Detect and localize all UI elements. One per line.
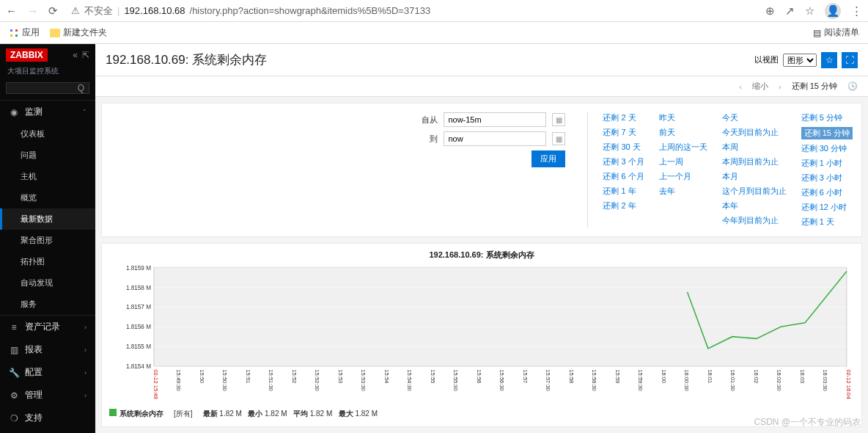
quick-range-link[interactable]: 还剩 12 小时 <box>801 202 853 213</box>
sidebar-sub-item[interactable]: 拓扑图 <box>0 251 95 272</box>
quick-range-link[interactable]: 今年到目前为止 <box>722 215 787 226</box>
nav-admin[interactable]: ⚙管理› <box>0 384 95 407</box>
svg-text:02-12 16:04: 02-12 16:04 <box>845 369 852 399</box>
sidebar-sub-item[interactable]: 最新数据 <box>0 208 95 230</box>
reload-icon[interactable]: ⟳ <box>48 4 58 18</box>
quick-range-link[interactable]: 还剩 1 小时 <box>801 158 853 169</box>
quick-range-link[interactable]: 还剩 3 个月 <box>603 156 644 167</box>
svg-text:1.8158 M: 1.8158 M <box>126 283 151 291</box>
search-icon: Q <box>78 83 84 93</box>
svg-text:15:58:30: 15:58:30 <box>591 369 597 390</box>
star-icon[interactable]: ☆ <box>805 4 814 18</box>
quick-range-link[interactable]: 还剩 1 年 <box>603 186 644 197</box>
popout-icon[interactable]: ⇱ <box>82 50 89 60</box>
time-range-label[interactable]: 还剩 15 分钟 <box>792 81 837 92</box>
sidebar-sub-item[interactable]: 问题 <box>0 145 95 166</box>
view-label: 以视图 <box>754 54 779 65</box>
to-label: 到 <box>430 134 438 145</box>
view-select[interactable]: 图形 <box>783 54 817 67</box>
quick-range-link[interactable]: 还剩 2 年 <box>603 200 644 211</box>
collapse-icon[interactable]: « <box>73 50 78 60</box>
quick-range-link[interactable]: 前天 <box>659 127 707 138</box>
quick-range-link[interactable]: 上周的这一天 <box>659 142 707 153</box>
nav-share[interactable]: ZShare <box>0 429 95 433</box>
quick-range-link[interactable]: 本周到目前为止 <box>722 156 787 167</box>
quick-range-link[interactable]: 今天到目前为止 <box>722 127 787 138</box>
zabbix-logo[interactable]: ZABBIX <box>6 48 48 62</box>
eye-icon: ◉ <box>9 107 19 117</box>
svg-text:1.8155 M: 1.8155 M <box>126 343 151 350</box>
to-input[interactable] <box>444 131 546 146</box>
chevron-right-icon: › <box>84 324 87 331</box>
calendar-icon[interactable]: ▦ <box>552 132 565 145</box>
svg-text:1.8156 M: 1.8156 M <box>126 323 151 330</box>
sidebar-sub-item[interactable]: 服务 <box>0 294 95 315</box>
support-icon: ❍ <box>9 413 19 423</box>
warning-icon: ⚠ <box>71 5 80 16</box>
bookmark-folder[interactable]: 新建文件夹 <box>50 26 107 39</box>
svg-text:16:02:30: 16:02:30 <box>776 369 782 390</box>
sidebar-sub-item[interactable]: 仪表板 <box>0 123 95 145</box>
quick-range-link[interactable]: 去年 <box>659 186 707 197</box>
nav-inventory[interactable]: ≡资产记录› <box>0 315 95 338</box>
quick-range-link[interactable]: 今天 <box>722 112 787 123</box>
chart-icon: ▥ <box>9 345 19 355</box>
svg-text:15:53: 15:53 <box>337 369 344 383</box>
share-icon[interactable]: ↗ <box>785 4 795 18</box>
quick-range-link[interactable]: 昨天 <box>659 112 707 123</box>
url-bar[interactable]: ⚠ 不安全 | 192.168.10.68/history.php?action… <box>65 4 758 18</box>
reading-list[interactable]: ▤ 阅读清单 <box>813 26 859 39</box>
quick-range-link[interactable]: 还剩 7 天 <box>603 127 644 138</box>
nav-reports[interactable]: ▥报表› <box>0 338 95 361</box>
quick-range-link[interactable]: 本年 <box>722 200 787 211</box>
folder-icon <box>50 29 60 37</box>
sidebar-sub-item[interactable]: 概览 <box>0 187 95 208</box>
quick-range-link[interactable]: 还剩 3 小时 <box>801 172 853 183</box>
svg-text:15:58: 15:58 <box>568 369 575 383</box>
quick-range-link[interactable]: 本周 <box>722 142 787 153</box>
apply-button[interactable]: 应用 <box>532 150 565 167</box>
quick-range-link[interactable]: 还剩 30 天 <box>603 142 644 153</box>
svg-text:15:55:30: 15:55:30 <box>452 369 459 390</box>
sidebar-sub-item[interactable]: 主机 <box>0 166 95 187</box>
quick-range-link[interactable]: 还剩 1 天 <box>801 216 853 228</box>
back-icon[interactable]: ← <box>6 4 17 18</box>
search-input[interactable]: Q <box>6 82 89 94</box>
quick-range-link[interactable]: 上一个月 <box>659 171 707 182</box>
nav-config[interactable]: 🔧配置› <box>0 361 95 384</box>
sidebar-sub-item[interactable]: 聚合图形 <box>0 230 95 251</box>
quick-range-link[interactable]: 本月 <box>722 171 787 182</box>
sidebar-sub-item[interactable]: 自动发现 <box>0 272 95 294</box>
calendar-icon[interactable]: ▦ <box>552 113 565 126</box>
clock-icon: 🕓 <box>847 81 858 91</box>
url-host: 192.168.10.68 <box>124 5 185 16</box>
svg-text:1.8157 M: 1.8157 M <box>126 303 151 310</box>
favorite-button[interactable]: ☆ <box>821 52 837 68</box>
nav-support[interactable]: ❍支持 <box>0 407 95 429</box>
zoom-icon[interactable]: ⊕ <box>765 4 775 18</box>
forward-icon[interactable]: → <box>27 4 38 18</box>
nav-monitoring[interactable]: ◉监测˄ <box>0 100 95 123</box>
quick-range-link[interactable]: 还剩 2 天 <box>603 112 644 123</box>
time-prev-icon[interactable]: ‹ <box>739 82 742 91</box>
svg-text:15:51:30: 15:51:30 <box>268 369 274 390</box>
quick-range-link[interactable]: 还剩 15 分钟 <box>801 127 853 139</box>
quick-range-link[interactable]: 还剩 30 分钟 <box>801 143 853 154</box>
quick-range-link[interactable]: 上一周 <box>659 156 707 167</box>
svg-text:15:50:30: 15:50:30 <box>222 369 229 390</box>
from-input[interactable] <box>444 112 546 127</box>
quick-range-link[interactable]: 还剩 6 小时 <box>801 187 853 198</box>
time-next-icon[interactable]: › <box>779 82 781 91</box>
svg-text:15:57:30: 15:57:30 <box>545 369 551 390</box>
gear-icon: ⚙ <box>9 390 19 401</box>
apps-button[interactable]: 应用 <box>9 26 40 39</box>
fullscreen-button[interactable]: ⛶ <box>842 52 858 68</box>
chevron-right-icon: › <box>84 369 87 376</box>
quick-range-link[interactable]: 还剩 6 个月 <box>603 171 644 182</box>
menu-icon[interactable]: ⋮ <box>851 4 862 18</box>
zoom-out[interactable]: 缩小 <box>752 81 768 92</box>
quick-range-link[interactable]: 还剩 5 分钟 <box>801 112 853 123</box>
profile-avatar[interactable]: 👤 <box>825 3 841 19</box>
quick-range-link[interactable]: 这个月到目前为止 <box>722 186 787 197</box>
svg-text:16:01: 16:01 <box>707 369 713 383</box>
